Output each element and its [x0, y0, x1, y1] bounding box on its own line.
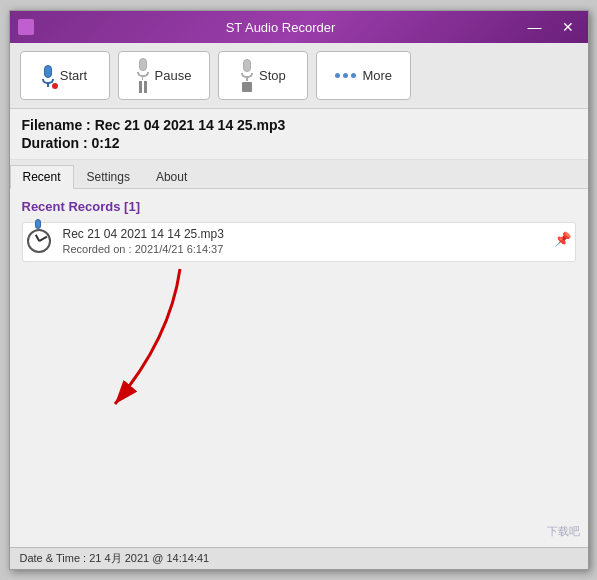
stop-label: Stop	[259, 68, 286, 83]
close-button[interactable]: ✕	[556, 18, 580, 36]
tab-about[interactable]: About	[143, 165, 200, 189]
pause-icon	[137, 58, 149, 93]
window-title: ST Audio Recorder	[40, 20, 522, 35]
duration-display: Duration : 0:12	[22, 135, 576, 151]
more-dots-icon	[335, 73, 356, 78]
stop-icon	[241, 59, 253, 92]
more-label: More	[362, 68, 392, 83]
title-bar: ST Audio Recorder — ✕	[10, 11, 588, 43]
status-text: Date & Time : 21 4月 2021 @ 14:14:41	[20, 552, 210, 564]
start-button[interactable]: Start	[20, 51, 110, 100]
arrow-annotation	[90, 259, 210, 422]
main-window: ST Audio Recorder — ✕ Start	[9, 10, 589, 570]
status-bar: Date & Time : 21 4月 2021 @ 14:14:41	[10, 547, 588, 569]
stop-mic-icon	[241, 59, 253, 81]
record-item[interactable]: Rec 21 04 2021 14 14 25.mp3 Recorded on …	[22, 222, 576, 262]
record-date: Recorded on : 2021/4/21 6:14:37	[63, 243, 546, 255]
tab-settings[interactable]: Settings	[74, 165, 143, 189]
record-info: Rec 21 04 2021 14 14 25.mp3 Recorded on …	[63, 227, 546, 255]
pin-icon[interactable]: 📌	[554, 231, 571, 247]
filename-display: Filename : Rec 21 04 2021 14 14 25.mp3	[22, 117, 576, 133]
app-icon	[18, 19, 34, 35]
stop-button[interactable]: Stop	[218, 51, 308, 100]
record-name: Rec 21 04 2021 14 14 25.mp3	[63, 227, 546, 241]
watermark: 下载吧	[547, 524, 580, 539]
start-mic-icon	[42, 65, 54, 87]
tab-recent[interactable]: Recent	[10, 165, 74, 189]
pause-mic-icon	[137, 58, 149, 80]
content-area: Recent Records [1] Rec 21 04 2021 14 14 …	[10, 189, 588, 547]
minimize-button[interactable]: —	[522, 18, 548, 36]
info-panel: Filename : Rec 21 04 2021 14 14 25.mp3 D…	[10, 109, 588, 160]
toolbar: Start Pause	[10, 43, 588, 109]
record-icon	[27, 229, 55, 257]
pause-label: Pause	[155, 68, 192, 83]
tabs-bar: Recent Settings About	[10, 160, 588, 189]
start-label: Start	[60, 68, 87, 83]
pause-button[interactable]: Pause	[118, 51, 211, 100]
more-button[interactable]: More	[316, 51, 411, 100]
window-controls: — ✕	[522, 18, 580, 36]
recent-header: Recent Records [1]	[22, 199, 576, 214]
